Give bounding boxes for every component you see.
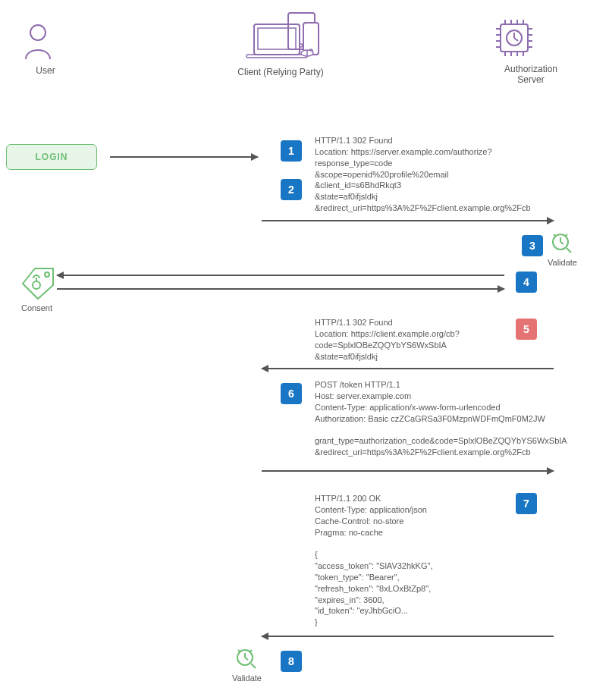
step-1-badge: 1 [281, 140, 302, 162]
devices-icon [228, 9, 334, 62]
validate-label-2: Validate [232, 673, 262, 683]
http-redirect-cb: HTTP/1.1 302 Found Location: https://cli… [315, 317, 460, 362]
http-request-authorize: HTTP/1.1 302 Found Location: https://ser… [315, 135, 531, 214]
http-token-response: HTTP/1.1 200 OK Content-Type: applicatio… [315, 493, 432, 628]
arrow-consent-to-user [57, 275, 504, 276]
user-icon [23, 23, 53, 61]
arrow-login-to-client [110, 156, 258, 158]
consent-icon [18, 265, 56, 300]
user-actor: User [23, 23, 68, 76]
svg-line-41 [245, 658, 248, 660]
http-token-request: POST /token HTTP/1.1 Host: server.exampl… [315, 379, 567, 458]
svg-line-34 [554, 234, 556, 237]
consent-label: Consent [21, 303, 52, 312]
svg-rect-3 [246, 55, 307, 58]
step-6-badge: 6 [281, 383, 302, 404]
svg-line-43 [238, 650, 240, 652]
arrow-redirect-to-client [262, 368, 554, 369]
arrow-token-request [262, 470, 554, 472]
validate-label-1: Validate [548, 258, 577, 267]
svg-line-44 [250, 650, 252, 652]
client-label: Client (Relying Party) [228, 67, 334, 77]
arrow-authorize-request [262, 220, 554, 221]
step-8-badge: 8 [281, 651, 302, 672]
login-button[interactable]: LOGIN [6, 144, 97, 170]
step-2-badge: 2 [281, 179, 302, 200]
chip-icon [493, 17, 535, 59]
svg-line-32 [560, 242, 563, 244]
validate-icon-1 [551, 232, 573, 255]
svg-line-33 [567, 248, 571, 253]
arrow-user-consent-back [57, 288, 504, 290]
svg-point-36 [45, 272, 49, 277]
arrow-token-response [262, 636, 554, 637]
login-label: LOGIN [36, 152, 68, 162]
svg-line-35 [565, 234, 567, 237]
svg-line-42 [251, 664, 256, 668]
svg-point-5 [300, 44, 303, 47]
validate-icon-2 [235, 648, 258, 670]
client-actor: Client (Relying Party) [228, 9, 334, 77]
server-label: Authorization Server [493, 64, 569, 85]
step-3-badge: 3 [522, 235, 543, 256]
server-actor: Authorization Server [493, 17, 569, 85]
user-label: User [23, 65, 68, 76]
svg-point-37 [33, 281, 40, 289]
svg-point-0 [30, 25, 46, 40]
step-4-badge: 4 [516, 272, 537, 293]
svg-line-13 [514, 38, 518, 41]
step-7-badge: 7 [516, 493, 537, 514]
svg-rect-2 [258, 28, 296, 49]
step-5-badge: 5 [516, 319, 537, 340]
